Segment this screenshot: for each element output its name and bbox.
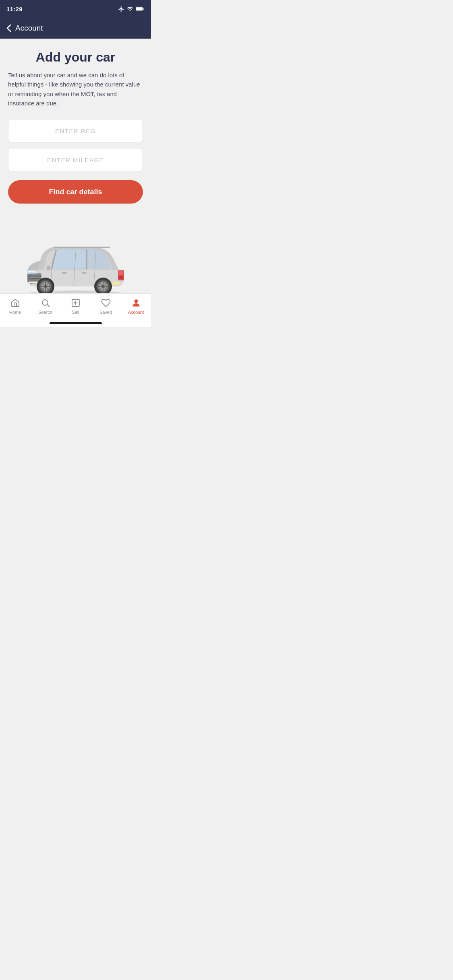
svg-text:AB12 CD: AB12 CD xyxy=(30,283,37,285)
page-description: Tell us about your car and we can do lot… xyxy=(8,70,143,108)
back-label: Account xyxy=(15,24,43,33)
airplane-icon xyxy=(118,6,124,12)
account-icon xyxy=(131,298,141,308)
svg-point-50 xyxy=(134,299,138,303)
back-button[interactable]: Account xyxy=(6,24,43,33)
tab-search-label: Search xyxy=(38,310,52,315)
svg-rect-16 xyxy=(119,276,123,279)
back-chevron-icon xyxy=(6,24,11,32)
tab-sell-label: Sell xyxy=(72,310,79,315)
svg-text:£: £ xyxy=(74,301,76,305)
find-car-details-button[interactable]: Find car details xyxy=(8,180,143,204)
svg-rect-1 xyxy=(136,7,143,10)
car-image: AB12 CD xyxy=(0,210,151,299)
svg-point-44 xyxy=(102,285,104,288)
status-icons xyxy=(118,6,145,12)
svg-point-34 xyxy=(44,285,47,288)
svg-rect-45 xyxy=(54,247,110,248)
page-title: Add your car xyxy=(8,50,143,65)
svg-rect-2 xyxy=(143,8,144,10)
tab-saved-label: Saved xyxy=(99,310,112,315)
home-indicator xyxy=(50,322,102,324)
tab-bar: Home Search £ Sell Saved xyxy=(0,293,151,327)
home-icon xyxy=(10,298,21,308)
svg-rect-7 xyxy=(28,278,41,279)
tab-search[interactable]: Search xyxy=(30,298,60,315)
wifi-icon xyxy=(127,6,133,12)
tab-account[interactable]: Account xyxy=(121,298,151,315)
sell-icon: £ xyxy=(70,298,81,308)
tab-saved[interactable]: Saved xyxy=(91,298,121,315)
tab-home-label: Home xyxy=(9,310,21,315)
svg-rect-19 xyxy=(111,282,120,285)
status-time: 11:29 xyxy=(6,6,23,12)
reg-input[interactable] xyxy=(8,119,143,142)
search-icon xyxy=(40,298,51,308)
battery-icon xyxy=(136,6,145,11)
svg-rect-15 xyxy=(119,271,123,275)
tab-home[interactable]: Home xyxy=(0,298,30,315)
status-bar: 11:29 xyxy=(0,0,151,18)
mileage-input[interactable] xyxy=(8,148,143,171)
tab-sell[interactable]: £ Sell xyxy=(60,298,91,315)
svg-rect-23 xyxy=(62,272,67,274)
svg-line-47 xyxy=(47,305,50,307)
svg-rect-8 xyxy=(28,280,41,280)
tab-account-label: Account xyxy=(128,310,144,315)
car-svg: AB12 CD xyxy=(15,230,136,299)
svg-rect-24 xyxy=(82,272,87,274)
saved-icon xyxy=(101,298,111,308)
nav-header: Account xyxy=(0,18,151,39)
